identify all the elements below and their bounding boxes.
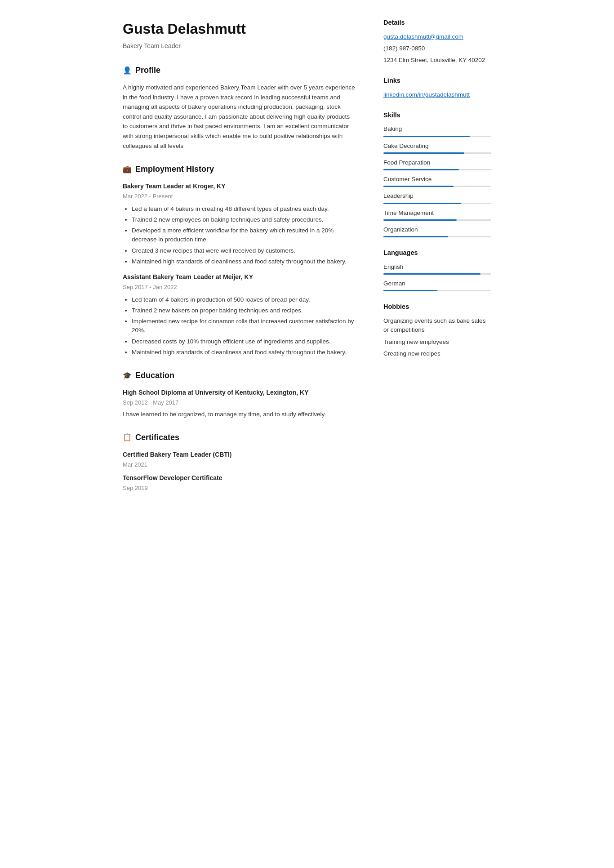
hobby-item-0: Organizing events such as bake sales or …	[383, 316, 491, 335]
job-bullets-2: Led team of 4 bakers in production of 50…	[123, 295, 356, 357]
skills-title: Skills	[383, 111, 491, 120]
skill-item-6: Organization	[383, 225, 491, 237]
bullet-1-2: Trained 2 new employees on baking techni…	[132, 215, 356, 224]
skill-item-1: Cake Decorating	[383, 142, 491, 154]
education-section: 🎓 Education High School Diploma at Unive…	[123, 369, 356, 419]
cert-entry-2: TensorFlow Developer Certificate Sep 201…	[123, 473, 356, 493]
cert-title-1: Certified Bakery Team Leader (CBTl)	[123, 450, 356, 459]
certificates-section-title: 📋 Certificates	[123, 432, 356, 444]
phone-text: (182) 987-0850	[383, 44, 491, 53]
skill-item-2: Food Preparation	[383, 158, 491, 170]
lang-item-1: German	[383, 279, 491, 291]
certificates-section: 📋 Certificates Certified Bakery Team Lea…	[123, 432, 356, 493]
languages-title: Languages	[383, 248, 491, 258]
lang-bar-fill-0	[383, 273, 481, 275]
skill-bar-bg-0	[383, 136, 491, 137]
skill-name-2: Food Preparation	[383, 158, 491, 167]
lang-bar-fill-1	[383, 290, 437, 291]
skills-list: Baking Cake Decorating Food Preparation …	[383, 125, 491, 237]
profile-text: A highly motivated and experienced Baker…	[123, 83, 356, 151]
job-dates-2: Sep 2017 - Jan 2022	[123, 283, 356, 292]
skill-bar-fill-0	[383, 136, 470, 137]
job-entry-2: Assistant Bakery Team Leader at Meijer, …	[123, 272, 356, 357]
cert-date-1: Mar 2021	[123, 460, 356, 469]
skill-item-3: Customer Service	[383, 175, 491, 187]
skill-bar-fill-1	[383, 152, 464, 154]
right-column: Details gusta.delashmutt@gmail.com (182)…	[374, 18, 491, 850]
lang-item-0: English	[383, 263, 491, 275]
education-icon: 🎓	[123, 370, 132, 381]
skill-name-4: Leadership	[383, 191, 491, 200]
skill-bar-bg-3	[383, 186, 491, 187]
job-title-2: Assistant Bakery Team Leader at Meijer, …	[123, 272, 356, 282]
hobbies-list: Organizing events such as bake sales or …	[383, 316, 491, 358]
lang-name-0: English	[383, 263, 491, 272]
skill-name-5: Time Management	[383, 209, 491, 218]
skill-item-4: Leadership	[383, 191, 491, 204]
employment-section: 💼 Employment History Bakery Team Leader …	[123, 163, 356, 357]
header-section: Gusta Delashmutt Bakery Team Leader	[123, 18, 356, 51]
skill-bar-fill-6	[383, 236, 448, 237]
employment-section-title: 💼 Employment History	[123, 163, 356, 175]
job-entry-1: Bakery Team Leader at Kroger, KY Mar 202…	[123, 182, 356, 266]
skill-bar-fill-5	[383, 219, 457, 221]
skill-bar-fill-2	[383, 169, 459, 170]
links-section: Links linkedin.com/in/gustadelashmutt	[383, 76, 491, 100]
certificates-icon: 📋	[123, 432, 132, 443]
bullet-2-5: Maintained high standards of cleanliness…	[132, 348, 356, 357]
skill-bar-bg-2	[383, 169, 491, 170]
skill-bar-fill-3	[383, 186, 454, 187]
resume-container: Gusta Delashmutt Bakery Team Leader 👤 Pr…	[105, 0, 509, 868]
hobby-item-1: Training new employees	[383, 338, 491, 347]
skill-bar-bg-4	[383, 203, 491, 204]
skills-section: Skills Baking Cake Decorating Food Prepa…	[383, 111, 491, 238]
skill-bar-bg-1	[383, 152, 491, 154]
bullet-2-3: Implemented new recipe for cinnamon roll…	[132, 317, 356, 335]
edu-title-1: High School Diploma at University of Ken…	[123, 388, 356, 397]
skill-name-1: Cake Decorating	[383, 142, 491, 151]
edu-dates-1: Sep 2012 - May 2017	[123, 398, 356, 407]
cert-title-2: TensorFlow Developer Certificate	[123, 473, 356, 483]
candidate-title: Bakery Team Leader	[123, 41, 356, 51]
details-title: Details	[383, 18, 491, 28]
bullet-1-3: Developed a more efficient workflow for …	[132, 226, 356, 245]
hobby-item-2: Creating new recipes	[383, 349, 491, 358]
links-title: Links	[383, 76, 491, 86]
edu-desc-1: I have learned to be organized, to manag…	[123, 410, 356, 419]
job-bullets-1: Led a team of 4 bakers in creating 48 di…	[123, 205, 356, 267]
hobbies-title: Hobbies	[383, 302, 491, 312]
skill-bar-bg-6	[383, 236, 491, 237]
candidate-name: Gusta Delashmutt	[123, 18, 356, 40]
skill-bar-fill-4	[383, 203, 461, 204]
employment-icon: 💼	[123, 164, 132, 175]
skill-name-6: Organization	[383, 225, 491, 234]
details-section: Details gusta.delashmutt@gmail.com (182)…	[383, 18, 491, 65]
languages-list: English German	[383, 263, 491, 292]
lang-name-1: German	[383, 279, 491, 288]
linkedin-link[interactable]: linkedin.com/in/gustadelashmutt	[383, 91, 470, 98]
lang-bar-bg-1	[383, 290, 491, 291]
education-section-title: 🎓 Education	[123, 369, 356, 382]
lang-bar-bg-0	[383, 273, 491, 275]
hobbies-section: Hobbies Organizing events such as bake s…	[383, 302, 491, 358]
cert-date-2: Sep 2019	[123, 484, 356, 493]
email-link[interactable]: gusta.delashmutt@gmail.com	[383, 32, 491, 41]
cert-entry-1: Certified Bakery Team Leader (CBTl) Mar …	[123, 450, 356, 469]
profile-section: 👤 Profile A highly motivated and experie…	[123, 64, 356, 151]
skill-bar-bg-5	[383, 219, 491, 221]
languages-section: Languages English German	[383, 248, 491, 291]
job-title-1: Bakery Team Leader at Kroger, KY	[123, 182, 356, 191]
bullet-1-4: Created 3 new recipes that were well rec…	[132, 246, 356, 255]
address-text: 1234 Elm Street, Louisville, KY 40202	[383, 56, 491, 65]
bullet-2-2: Trained 2 new bakers on proper baking te…	[132, 306, 356, 315]
edu-entry-1: High School Diploma at University of Ken…	[123, 388, 356, 419]
skill-item-0: Baking	[383, 125, 491, 137]
left-column: Gusta Delashmutt Bakery Team Leader 👤 Pr…	[123, 18, 374, 850]
skill-name-0: Baking	[383, 125, 491, 134]
bullet-2-4: Decreased costs by 10% through efficient…	[132, 337, 356, 346]
skill-name-3: Customer Service	[383, 175, 491, 184]
job-dates-1: Mar 2022 - Present	[123, 192, 356, 201]
skill-item-5: Time Management	[383, 209, 491, 221]
profile-icon: 👤	[123, 65, 132, 76]
bullet-1-1: Led a team of 4 bakers in creating 48 di…	[132, 205, 356, 214]
